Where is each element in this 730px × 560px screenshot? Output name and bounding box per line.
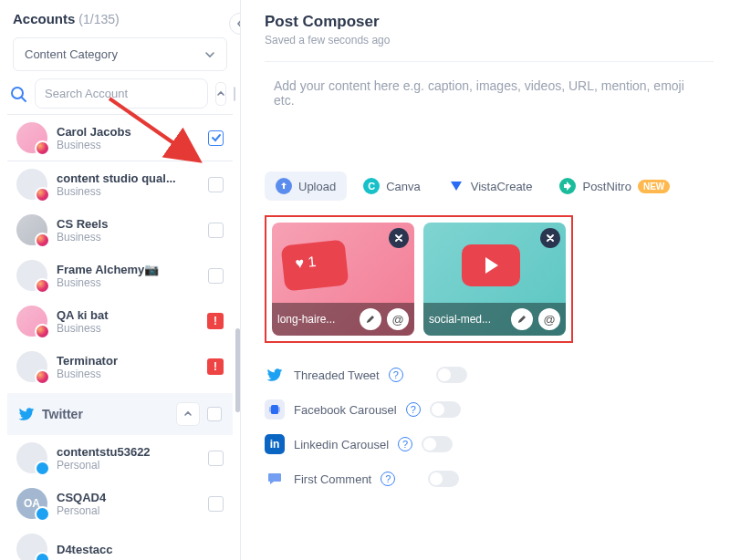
composer-saved-status: Saved a few seconds ago <box>265 34 714 47</box>
alt-text-button[interactable]: @ <box>538 308 560 330</box>
sidebar-title: Accounts <box>13 11 75 26</box>
thumbnail-graphic <box>281 239 349 291</box>
media-thumbnail[interactable]: social-med... @ <box>423 223 566 336</box>
avatar <box>16 169 47 200</box>
twitter-badge-icon <box>35 461 50 476</box>
upload-label: Upload <box>298 180 336 193</box>
account-item[interactable]: Terminator Business <box>7 344 233 389</box>
avatar <box>16 214 47 245</box>
sidebar-count: (1/135) <box>78 12 119 26</box>
account-type: Personal <box>57 504 199 517</box>
avatar <box>16 122 47 153</box>
instagram-badge-icon <box>35 324 50 339</box>
account-name: contentstu53622 <box>57 445 199 459</box>
accounts-list[interactable]: Carol Jacobs Business content studio qua… <box>0 114 240 560</box>
avatar <box>16 442 47 473</box>
linkedin-carousel-option: in Linkedin Carousel ? <box>265 434 714 454</box>
cloud-upload-icon <box>276 178 292 194</box>
facebook-carousel-option: Facebook Carousel ? <box>265 399 714 420</box>
alt-text-button[interactable]: @ <box>387 308 409 330</box>
account-item[interactable]: content studio qual... Business <box>7 161 233 207</box>
account-checkbox[interactable] <box>208 130 224 146</box>
linkedin-carousel-toggle[interactable] <box>422 436 453 452</box>
media-thumbnail[interactable]: long-haire... @ <box>272 223 414 336</box>
account-checkbox[interactable] <box>208 177 224 192</box>
twitter-badge-icon <box>35 552 50 560</box>
help-icon[interactable]: ? <box>398 437 412 451</box>
option-label: Linkedin Carousel <box>294 438 389 451</box>
instagram-badge-icon <box>35 278 50 294</box>
carousel-icon <box>265 399 285 420</box>
linkedin-icon: in <box>265 434 285 454</box>
account-type: Business <box>57 322 198 335</box>
instagram-badge-icon <box>35 187 50 202</box>
post-options: Threaded Tweet ? Facebook Carousel ? in … <box>265 365 714 489</box>
select-all-checkbox[interactable] <box>234 87 235 101</box>
account-checkbox[interactable] <box>208 268 224 284</box>
account-item[interactable]: QA ki bat Business <box>7 298 233 344</box>
threaded-tweet-toggle[interactable] <box>436 367 467 383</box>
upload-toolbar: Upload C Canva VistaCreate PostNitro NEW <box>265 171 714 201</box>
postnitro-button[interactable]: PostNitro NEW <box>548 171 681 201</box>
warning-icon <box>207 313 224 329</box>
collapse-all-button[interactable] <box>215 82 226 106</box>
account-name: D4testacc <box>57 543 224 556</box>
instagram-badge-icon <box>35 233 50 248</box>
help-icon[interactable]: ? <box>381 472 395 486</box>
account-item[interactable]: contentstu53622 Personal <box>7 435 233 481</box>
avatar <box>16 351 47 382</box>
account-item[interactable]: Frame Alchemy📷 Business <box>7 253 233 298</box>
avatar <box>16 306 47 337</box>
content-category-label: Content Category <box>25 47 118 61</box>
svg-rect-4 <box>269 407 271 412</box>
vistacreate-icon <box>448 178 464 194</box>
remove-media-button[interactable] <box>540 228 560 248</box>
canva-button[interactable]: C Canva <box>352 171 432 201</box>
group-title: Twitter <box>42 407 169 421</box>
facebook-carousel-toggle[interactable] <box>430 401 461 418</box>
account-type: Business <box>57 368 198 380</box>
account-type: Business <box>57 185 199 198</box>
account-name: CS Reels <box>57 217 199 231</box>
help-icon[interactable]: ? <box>389 368 403 382</box>
edit-media-button[interactable] <box>511 308 533 330</box>
group-select-checkbox[interactable] <box>207 407 222 421</box>
avatar: OA <box>16 488 47 519</box>
upload-button[interactable]: Upload <box>265 171 347 201</box>
account-name: content studio qual... <box>57 171 199 185</box>
edit-media-button[interactable] <box>360 308 381 330</box>
account-group-twitter[interactable]: Twitter <box>7 393 233 435</box>
vistacreate-label: VistaCreate <box>471 180 533 193</box>
group-collapse-button[interactable] <box>176 402 200 426</box>
avatar <box>16 260 47 291</box>
avatar <box>16 534 47 560</box>
twitter-badge-icon <box>35 506 50 522</box>
svg-line-1 <box>22 98 26 101</box>
composer-editor[interactable]: Add your content here e.g. caption, imag… <box>265 61 714 162</box>
account-item[interactable]: OA CSQAD4 Personal <box>7 481 233 526</box>
content-category-select[interactable]: Content Category <box>13 37 227 71</box>
option-label: Threaded Tweet <box>294 368 380 382</box>
threaded-tweet-option: Threaded Tweet ? <box>265 365 714 385</box>
thumbnail-label: social-med... <box>429 313 506 326</box>
account-checkbox[interactable] <box>208 496 224 512</box>
search-icon[interactable] <box>9 85 27 103</box>
thumbnail-label: long-haire... <box>277 313 354 326</box>
first-comment-toggle[interactable] <box>428 471 459 487</box>
search-input[interactable] <box>35 78 208 109</box>
scrollbar[interactable] <box>235 328 240 412</box>
account-item[interactable]: Carol Jacobs Business <box>7 114 233 161</box>
account-name: Carol Jacobs <box>57 125 199 139</box>
canva-label: Canva <box>386 180 421 193</box>
account-item[interactable]: CS Reels Business <box>7 207 233 253</box>
account-item[interactable]: D4testacc <box>7 526 233 560</box>
account-type: Business <box>57 231 199 244</box>
vistacreate-button[interactable]: VistaCreate <box>437 171 544 201</box>
account-checkbox[interactable] <box>208 223 224 238</box>
postnitro-label: PostNitro <box>582 180 631 193</box>
composer-panel: Post Composer Saved a few seconds ago Ad… <box>241 0 730 560</box>
remove-media-button[interactable] <box>389 228 409 248</box>
account-checkbox[interactable] <box>208 451 224 466</box>
instagram-badge-icon <box>35 140 50 156</box>
help-icon[interactable]: ? <box>406 402 421 417</box>
